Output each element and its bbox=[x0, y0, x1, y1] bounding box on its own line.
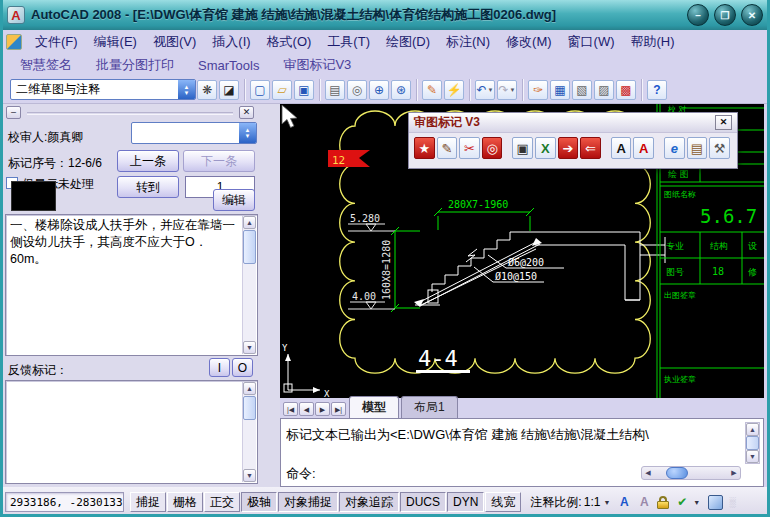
scroll-left-icon[interactable]: ◀ bbox=[642, 469, 654, 477]
menu-window[interactable]: 窗口(W) bbox=[560, 30, 623, 54]
scale-dropdown-icon[interactable]: ▼ bbox=[603, 499, 610, 506]
delete-mark-button[interactable]: ✂ bbox=[459, 137, 480, 159]
scroll-down-icon[interactable]: ▼ bbox=[243, 341, 256, 354]
markup-toolbar-close-button[interactable]: ✕ bbox=[715, 115, 732, 130]
menu-help[interactable]: 帮助(H) bbox=[623, 30, 683, 54]
drawing-canvas[interactable]: 12 Ø6@200 Ø10@150 280X7-1960 5.28 bbox=[280, 104, 764, 398]
menu-view[interactable]: 视图(V) bbox=[145, 30, 204, 54]
coordinates-readout[interactable]: 2933186, -2830133, 0 bbox=[5, 492, 124, 512]
panel-minimize-button[interactable]: – bbox=[6, 106, 21, 119]
markup-toolbar-titlebar[interactable]: 审图标记 V3 ✕ bbox=[409, 113, 737, 133]
manual-button[interactable]: ▤ bbox=[687, 137, 708, 159]
scroll-down-icon[interactable]: ▼ bbox=[746, 450, 759, 463]
menu-browser-icon[interactable] bbox=[6, 34, 22, 50]
workspace-combobox[interactable]: 二维草图与注释 ▲▼ bbox=[10, 79, 196, 100]
panel-grab-handle[interactable] bbox=[27, 112, 233, 115]
menu-draw[interactable]: 绘图(D) bbox=[378, 30, 438, 54]
tab-model[interactable]: 模型 bbox=[349, 396, 399, 418]
add-mark-button[interactable]: ★ bbox=[414, 137, 435, 159]
feedback-i-button[interactable]: I bbox=[209, 358, 230, 377]
hscroll-thumb[interactable] bbox=[666, 467, 688, 479]
menu-modify[interactable]: 修改(M) bbox=[498, 30, 560, 54]
menu-file[interactable]: 文件(F) bbox=[27, 30, 86, 54]
reviewer-combo-spinner-icon[interactable]: ▲▼ bbox=[239, 123, 256, 143]
menu-dimension[interactable]: 标注(N) bbox=[438, 30, 498, 54]
reviewer-combobox[interactable]: ▲▼ bbox=[131, 122, 257, 144]
tab-next-icon[interactable]: ▶ bbox=[315, 402, 330, 416]
autocad-app-icon[interactable]: A bbox=[7, 6, 25, 24]
acad-red-button[interactable]: A bbox=[633, 137, 654, 159]
previous-mark-button[interactable]: 上一条 bbox=[117, 150, 179, 172]
workspace-switch-button[interactable]: ◪ bbox=[219, 80, 239, 100]
panel-close-button[interactable]: ✕ bbox=[239, 106, 254, 119]
menu-smartools[interactable]: SmarTools bbox=[186, 56, 271, 75]
feedback-o-button[interactable]: O bbox=[232, 358, 253, 377]
annotation-scale-value[interactable]: 1:1 bbox=[584, 495, 601, 509]
scroll-right-icon[interactable]: ▶ bbox=[728, 469, 740, 477]
browse-marks-button[interactable]: ◎ bbox=[482, 137, 503, 159]
help-button[interactable]: ? bbox=[647, 80, 667, 100]
edit-mark-button[interactable]: ✎ bbox=[437, 137, 458, 159]
workspace-settings-button[interactable]: ❋ bbox=[197, 80, 217, 100]
close-button[interactable]: ✕ bbox=[741, 4, 763, 26]
plot-preview-button[interactable]: ◎ bbox=[347, 80, 367, 100]
publish-button[interactable]: ⊕ bbox=[369, 80, 389, 100]
scroll-up-icon[interactable]: ▲ bbox=[243, 216, 256, 229]
menu-format[interactable]: 格式(O) bbox=[259, 30, 320, 54]
scroll-thumb[interactable] bbox=[243, 230, 256, 264]
feedback-textarea[interactable]: ▲ ▼ bbox=[5, 380, 258, 484]
match-properties-button[interactable]: ✑ bbox=[528, 80, 548, 100]
edit-button[interactable]: 编辑 bbox=[213, 189, 255, 211]
redo-button[interactable]: ↷▼ bbox=[497, 80, 517, 100]
next-mark-flag-button[interactable]: ➔ bbox=[558, 137, 579, 159]
menu-edit[interactable]: 编辑(E) bbox=[86, 30, 145, 54]
dyn-toggle[interactable]: DYN bbox=[447, 492, 484, 512]
calculator-button[interactable]: ▩ bbox=[616, 80, 636, 100]
tab-last-icon[interactable]: ▶| bbox=[331, 402, 346, 416]
ducs-toggle[interactable]: DUCS bbox=[400, 492, 446, 512]
grid-toggle[interactable]: 栅格 bbox=[167, 492, 203, 512]
markup-set-button[interactable]: ▨ bbox=[594, 80, 614, 100]
command-prompt[interactable]: 命令: bbox=[286, 465, 316, 483]
osnap-toggle[interactable]: 对象捕捉 bbox=[278, 492, 338, 512]
qnew-button[interactable]: ▢ bbox=[250, 80, 270, 100]
tab-layout1[interactable]: 布局1 bbox=[401, 396, 458, 418]
3d-dwf-button[interactable]: ⊛ bbox=[391, 80, 411, 100]
scroll-thumb[interactable] bbox=[243, 396, 256, 420]
export-excel-button[interactable]: X bbox=[535, 137, 556, 159]
command-hscrollbar[interactable]: ◀ ▶ bbox=[641, 466, 741, 480]
import-marks-button[interactable]: ▣ bbox=[512, 137, 533, 159]
acad-black-button[interactable]: A bbox=[611, 137, 632, 159]
layer-manager-button[interactable]: ▦ bbox=[550, 80, 570, 100]
scroll-up-icon[interactable]: ▲ bbox=[746, 423, 759, 436]
polar-toggle[interactable]: 极轴 bbox=[241, 492, 277, 512]
tab-first-icon[interactable]: |◀ bbox=[283, 402, 298, 416]
feedback-scrollbar[interactable]: ▲ ▼ bbox=[242, 382, 256, 482]
annotation-autoscale-icon[interactable]: A bbox=[635, 493, 653, 511]
menu-markup-v3[interactable]: 审图标记V3 bbox=[271, 54, 363, 76]
combo-spinner-icon[interactable]: ▲▼ bbox=[178, 80, 195, 99]
minimize-button[interactable]: – bbox=[687, 4, 709, 26]
menu-insert[interactable]: 插入(I) bbox=[204, 30, 258, 54]
command-scrollbar[interactable]: ▲ ▼ bbox=[745, 422, 760, 464]
otrack-toggle[interactable]: 对象追踪 bbox=[339, 492, 399, 512]
open-button[interactable]: ▱ bbox=[272, 80, 292, 100]
status-menu-icon[interactable]: ▼ bbox=[693, 499, 700, 506]
snap-toggle[interactable]: 捕捉 bbox=[130, 492, 166, 512]
scroll-thumb[interactable] bbox=[746, 436, 759, 450]
mark-color-swatch[interactable] bbox=[11, 181, 56, 211]
tab-prev-icon[interactable]: ◀ bbox=[299, 402, 314, 416]
annotation-visibility-icon[interactable]: A bbox=[615, 493, 633, 511]
ortho-toggle[interactable]: 正交 bbox=[204, 492, 240, 512]
menu-smart-signature[interactable]: 智慧签名 bbox=[8, 54, 84, 76]
lineweight-toggle[interactable]: 线宽 bbox=[485, 492, 521, 512]
plot-button[interactable]: ▤ bbox=[325, 80, 345, 100]
sheet-set-button[interactable]: ▧ bbox=[572, 80, 592, 100]
web-browser-button[interactable]: e bbox=[664, 137, 685, 159]
menu-batch-plot[interactable]: 批量分图打印 bbox=[84, 54, 186, 76]
menu-tools[interactable]: 工具(T) bbox=[319, 30, 378, 54]
scroll-up-icon[interactable]: ▲ bbox=[243, 382, 256, 395]
toolbar-lock-icon[interactable] bbox=[657, 496, 669, 509]
prev-mark-flag-button[interactable]: ⇐ bbox=[580, 137, 601, 159]
trusted-dwg-icon[interactable]: ✔ bbox=[673, 493, 691, 511]
